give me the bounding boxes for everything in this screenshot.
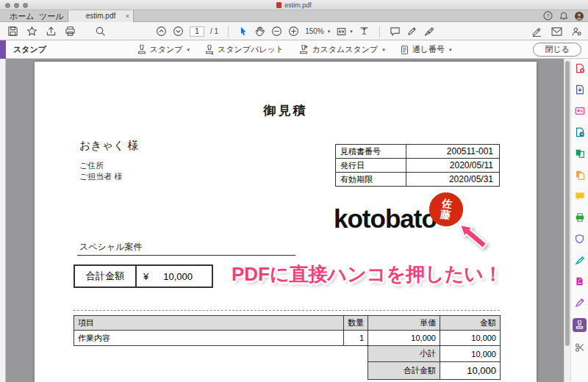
- page-number-input[interactable]: [190, 26, 204, 37]
- hand-tool-icon[interactable]: [254, 24, 265, 39]
- previous-page-icon[interactable]: [156, 24, 167, 39]
- pink-arrow-annotation: [458, 223, 489, 251]
- customer-name: おきゃく 様: [79, 139, 139, 153]
- search-icon[interactable]: [95, 24, 106, 39]
- fit-page-dropdown[interactable]: ▾: [336, 24, 353, 39]
- total-amount: 10,000: [163, 271, 197, 282]
- kotobato-logo: kotobato: [334, 204, 437, 234]
- custom-stamp-button[interactable]: カスタムスタンプ▾: [298, 44, 385, 55]
- items-table: 項目 数量 単価 金額 作業内容 1 10,000 10,000: [74, 315, 501, 346]
- serial-number-button[interactable]: 通し番号▾: [400, 44, 452, 55]
- fill-sign-icon[interactable]: [574, 254, 586, 266]
- save-icon[interactable]: [7, 24, 18, 39]
- fountain-pen-icon[interactable]: [423, 24, 435, 39]
- share-person-icon[interactable]: [571, 24, 582, 39]
- next-page-icon[interactable]: [173, 24, 184, 39]
- vertical-scrollbar[interactable]: [564, 59, 570, 382]
- more-tools-icon[interactable]: [574, 342, 586, 353]
- tab-close-icon[interactable]: ×: [126, 10, 129, 22]
- left-gutter: [0, 59, 6, 382]
- pencil-annotate-icon[interactable]: [406, 24, 417, 39]
- notifications-bell-icon[interactable]: [559, 11, 568, 21]
- protect-shield-icon[interactable]: [574, 233, 586, 245]
- main-toolbar: / 1 150%▾ ▾: [0, 22, 588, 40]
- select-tool-icon[interactable]: [238, 24, 248, 39]
- zoom-in-icon[interactable]: [288, 24, 299, 39]
- total-label: 合計金額: [75, 266, 137, 286]
- measure-pen-icon[interactable]: [574, 297, 586, 309]
- export-pdf-icon[interactable]: [574, 126, 586, 138]
- pdf-file-icon: [276, 2, 282, 8]
- scan-ocr-icon[interactable]: [574, 212, 586, 223]
- table-row: 有効期限 2020/05/31: [336, 173, 500, 187]
- table-row: 合計金額 10,000: [368, 362, 501, 380]
- dashed-divider: [74, 310, 500, 311]
- stamp-toolbar: スタンプ スタンプ▾ スタンプパレット カスタムスタンプ▾ 通し番号▾ 閉じる: [0, 40, 588, 59]
- window-titlebar: estim.pdf: [0, 0, 588, 10]
- print-icon[interactable]: [65, 24, 76, 39]
- organize-pages-icon[interactable]: [574, 148, 586, 159]
- totals-table: 小計 10,000 合計金額 10,000: [368, 345, 501, 380]
- stamp-palette-button[interactable]: スタンプパレット: [204, 44, 284, 55]
- table-row: 作業内容 1 10,000 10,000: [74, 331, 501, 346]
- table-row: 見積書番号 200511-001: [336, 145, 500, 159]
- table-row: 発行日 2020/05/11: [336, 159, 500, 173]
- estimate-info-table: 見積書番号 200511-001 発行日 2020/05/11 有効期限 202…: [335, 144, 500, 187]
- share-upload-icon[interactable]: [46, 24, 57, 39]
- create-pdf-icon[interactable]: [574, 62, 586, 74]
- scrollbar-thumb[interactable]: [565, 61, 570, 346]
- stamp-tool-icon-selected[interactable]: [573, 318, 587, 332]
- menu-home[interactable]: ホーム: [10, 10, 35, 22]
- estimate-title: 御見積: [35, 102, 537, 119]
- pdf-page: 御見積 おきゃく 様 ご住所 ご担当者 様 見積書番号 200511-001 発…: [35, 62, 537, 382]
- currency-symbol: ¥: [143, 271, 148, 282]
- scrolling-mode-icon[interactable]: [359, 24, 370, 39]
- star-favorite-icon[interactable]: [26, 24, 37, 39]
- zoom-level-dropdown[interactable]: 150%▾: [305, 24, 330, 39]
- page-count-label: / 1: [210, 27, 218, 35]
- tools-sidebar: [570, 59, 588, 382]
- email-envelope-icon[interactable]: [551, 24, 562, 39]
- table-row: 小計 10,000: [368, 346, 501, 362]
- svg-text:?: ?: [546, 12, 549, 19]
- sign-pen-icon[interactable]: [531, 24, 542, 39]
- stamp-button[interactable]: スタンプ▾: [137, 44, 190, 55]
- contact-label: ご担当者 様: [79, 171, 122, 182]
- window-title: estim.pdf: [0, 1, 588, 9]
- comment-bubble-icon[interactable]: [390, 24, 401, 39]
- copy-pages-icon[interactable]: [574, 169, 586, 181]
- help-icon[interactable]: ?: [543, 11, 553, 21]
- request-signatures-icon[interactable]: [574, 275, 586, 287]
- address-label: ご住所: [79, 160, 104, 171]
- zoom-out-icon[interactable]: [271, 24, 282, 39]
- project-name: スペシャル案件: [79, 241, 142, 253]
- user-avatar[interactable]: [575, 12, 584, 21]
- tab-estim-pdf[interactable]: estim.pdf ×: [68, 10, 134, 22]
- close-stamp-panel-button[interactable]: 閉じる: [533, 43, 581, 57]
- comment-icon[interactable]: [574, 190, 586, 202]
- tab-bar: ホーム ツール estim.pdf × ?: [0, 10, 588, 22]
- table-header-row: 項目 数量 単価 金額: [74, 316, 501, 331]
- project-underline: [77, 255, 295, 256]
- menu-tools[interactable]: ツール: [39, 10, 64, 22]
- combine-files-icon[interactable]: [574, 84, 586, 96]
- edit-pdf-icon[interactable]: [574, 105, 586, 117]
- document-canvas: 御見積 おきゃく 様 ご住所 ご担当者 様 見積書番号 200511-001 発…: [0, 59, 588, 382]
- total-amount-box: 合計金額 ¥ 10,000: [74, 264, 213, 288]
- pink-annotation-text: PDFに直接ハンコを押したい！: [232, 262, 503, 287]
